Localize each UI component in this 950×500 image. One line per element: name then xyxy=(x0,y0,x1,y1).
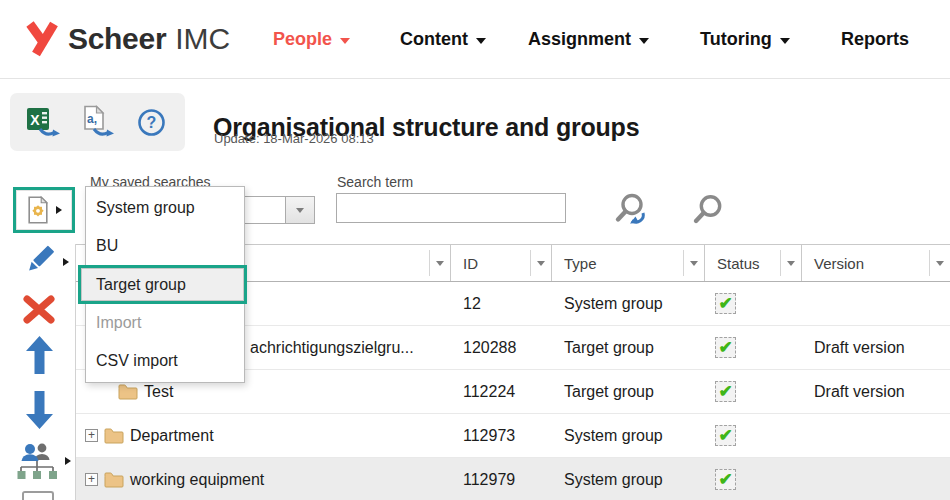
cell-id: 112973 xyxy=(451,427,552,445)
chevron-right-icon xyxy=(63,258,69,266)
status-check-icon: ✔ xyxy=(715,469,736,490)
arrow-down-icon xyxy=(26,391,53,429)
excel-export-icon[interactable]: X xyxy=(24,102,64,142)
select-dropdown-button[interactable] xyxy=(285,197,314,223)
filter-trigger[interactable] xyxy=(429,250,450,276)
row-name: Department xyxy=(130,427,214,445)
table-row-112973[interactable]: + Department 112973 System group ✔ xyxy=(76,414,950,458)
org-chart-button[interactable] xyxy=(14,438,72,484)
delete-button[interactable] xyxy=(20,291,58,329)
filter-trigger[interactable] xyxy=(929,250,950,276)
delete-x-icon xyxy=(22,293,56,327)
brand-imc: IMC xyxy=(175,22,230,56)
table-row-112979[interactable]: + working equipment 112979 System group … xyxy=(76,458,950,500)
arrow-up-icon xyxy=(26,336,53,374)
edit-button[interactable] xyxy=(16,240,70,284)
brand-scheer: Scheer xyxy=(68,22,166,56)
column-header-type[interactable]: Type xyxy=(552,245,705,281)
filter-trigger[interactable] xyxy=(780,250,801,276)
filter-arrow-icon xyxy=(787,261,795,266)
menu-item-import: Import xyxy=(86,304,244,342)
folder-icon xyxy=(104,428,124,444)
chevron-down-icon xyxy=(340,38,350,44)
cell-name: + working equipment xyxy=(76,471,451,489)
cell-type: System group xyxy=(552,427,705,445)
cell-id: 12 xyxy=(451,295,552,313)
menu-item-bu[interactable]: BU xyxy=(86,227,244,265)
cell-status: ✔ xyxy=(705,469,802,490)
cell-version: Draft version xyxy=(802,339,950,357)
cell-status: ✔ xyxy=(705,425,802,446)
nav-item-reports[interactable]: Reports xyxy=(841,26,909,52)
search-refresh-icon[interactable] xyxy=(613,191,655,233)
svg-text:X: X xyxy=(30,112,40,128)
help-icon[interactable]: ? xyxy=(131,102,171,142)
page-update-timestamp: Update: 18-Mar-2026 08:13 xyxy=(214,131,374,146)
row-name: working equipment xyxy=(130,471,264,489)
filter-arrow-icon xyxy=(537,261,545,266)
row-name: achrichtigungszielgru... xyxy=(250,339,414,357)
status-check-icon: ✔ xyxy=(715,293,736,314)
move-down-button[interactable] xyxy=(25,391,53,429)
filter-arrow-icon xyxy=(936,261,944,266)
filter-arrow-icon xyxy=(690,261,698,266)
column-header-id[interactable]: ID xyxy=(451,245,552,281)
filter-trigger[interactable] xyxy=(683,250,704,276)
cell-version: Draft version xyxy=(802,383,950,401)
nav-item-content[interactable]: Content xyxy=(400,26,486,52)
text-export-icon[interactable]: a, xyxy=(78,102,118,142)
cell-name: + Department xyxy=(76,427,451,445)
cell-id: 112979 xyxy=(451,471,552,489)
status-check-icon: ✔ xyxy=(715,337,736,358)
new-item-context-menu: System groupBUTarget groupImportCSV impo… xyxy=(85,186,245,383)
chevron-right-icon xyxy=(65,457,71,465)
cell-status: ✔ xyxy=(705,381,802,402)
cell-status: ✔ xyxy=(705,293,802,314)
cell-type: Target group xyxy=(552,339,705,357)
chevron-down-icon xyxy=(639,38,649,44)
svg-text:a,: a, xyxy=(86,112,96,126)
cell-name: + Test xyxy=(76,383,451,401)
clipped-tool-icon[interactable] xyxy=(22,491,54,500)
status-check-icon: ✔ xyxy=(715,425,736,446)
nav-item-people[interactable]: People xyxy=(273,26,350,52)
chevron-right-icon xyxy=(56,206,62,214)
cell-id: 120288 xyxy=(451,339,552,357)
search-term-input[interactable] xyxy=(336,193,566,223)
cell-type: System group xyxy=(552,471,705,489)
svg-text:?: ? xyxy=(146,114,156,131)
folder-icon xyxy=(104,472,124,488)
chevron-down-icon xyxy=(476,38,486,44)
org-chart-icon xyxy=(16,440,60,482)
menu-item-system-group[interactable]: System group xyxy=(86,189,244,227)
chevron-down-icon xyxy=(296,208,304,213)
expand-icon[interactable]: + xyxy=(85,473,98,486)
app-window: Scheer IMC People Content Assignment Tut… xyxy=(0,0,950,500)
move-up-button[interactable] xyxy=(25,336,53,374)
search-icon[interactable] xyxy=(691,194,727,230)
cell-type: System group xyxy=(552,295,705,313)
status-check-icon: ✔ xyxy=(715,381,736,402)
folder-icon xyxy=(118,384,138,400)
new-document-icon xyxy=(26,195,50,225)
cell-id: 112224 xyxy=(451,383,552,401)
brand-logo[interactable]: Scheer IMC xyxy=(25,20,230,57)
scheer-y-logo-icon xyxy=(25,20,59,57)
column-header-status[interactable]: Status xyxy=(705,245,802,281)
menu-item-target-group[interactable]: Target group xyxy=(81,268,244,301)
expand-icon[interactable]: + xyxy=(85,429,98,442)
export-toolbar: X a, ? xyxy=(10,93,185,151)
new-item-button[interactable] xyxy=(16,190,72,230)
pencil-icon xyxy=(18,241,58,283)
filter-trigger[interactable] xyxy=(530,250,551,276)
column-header-version[interactable]: Version xyxy=(802,245,950,281)
nav-item-tutoring[interactable]: Tutoring xyxy=(700,26,790,52)
row-name: Test xyxy=(144,383,173,401)
menu-item-csv-import[interactable]: CSV import xyxy=(86,342,244,380)
top-navigation: Scheer IMC People Content Assignment Tut… xyxy=(0,0,950,79)
filter-arrow-icon xyxy=(436,261,444,266)
cell-type: Target group xyxy=(552,383,705,401)
chevron-down-icon xyxy=(780,38,790,44)
nav-item-assignment[interactable]: Assignment xyxy=(528,26,649,52)
cell-status: ✔ xyxy=(705,337,802,358)
